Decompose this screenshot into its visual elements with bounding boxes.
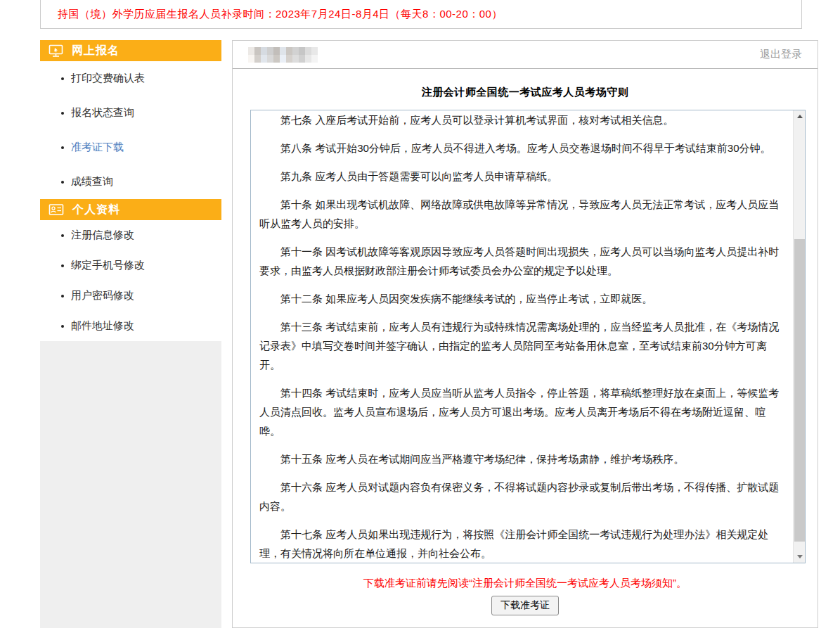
- rule-paragraph: 第十条 如果出现考试机故障、网络故障或供电故障等异常情况，导致应考人员无法正常考…: [259, 195, 783, 233]
- rule-paragraph: 第七条 入座后考试开始前，应考人员可以登录计算机考试界面，核对考试相关信息。: [259, 110, 783, 129]
- sidebar-item-label: 报名状态查询: [71, 106, 134, 120]
- sidebar-item-label: 邮件地址修改: [71, 319, 134, 333]
- censored-username: [248, 47, 318, 63]
- sidebar-section-personal-info: 个人资料: [40, 199, 221, 220]
- sidebar-item-registration-info-edit[interactable]: 注册信息修改: [40, 220, 221, 250]
- download-button-row: 下载准考证: [233, 596, 818, 615]
- sidebar-item-label: 注册信息修改: [71, 229, 134, 242]
- bullet-icon: [61, 181, 64, 184]
- supplementary-registration-banner: 持国（境）外学历应届生报名人员补录时间：2023年7月24日-8月4日（每天8：…: [40, 0, 802, 29]
- sidebar-section-title: 网上报名: [72, 44, 119, 58]
- rule-paragraph: 第十七条 应考人员如果出现违规行为，将按照《注册会计师全国统一考试违规行为处理办…: [259, 525, 783, 563]
- main-header: 退出登录: [233, 41, 818, 69]
- sidebar-item-password-edit[interactable]: 用户密码修改: [40, 281, 221, 311]
- vertical-scrollbar[interactable]: [793, 110, 805, 563]
- scrollbar-thumb[interactable]: [794, 239, 805, 542]
- download-admission-ticket-button[interactable]: 下载准考证: [491, 596, 559, 615]
- sidebar-item-email-edit[interactable]: 邮件地址修改: [40, 311, 221, 341]
- rule-paragraph: 第十五条 应考人员在考试期间应当严格遵守考场纪律，保持考场肃静，维护考场秩序。: [259, 449, 783, 468]
- sidebar-item-label: 用户密码修改: [71, 289, 134, 302]
- sidebar-item-score-inquiry[interactable]: 成绩查询: [40, 165, 221, 199]
- sidebar-item-label: 打印交费确认表: [71, 72, 145, 85]
- scroll-up-icon: [797, 115, 803, 118]
- sidebar-section-title: 个人资料: [72, 203, 120, 217]
- scroll-down-icon: [797, 555, 803, 558]
- sidebar-menu-online-registration: 打印交费确认表 报名状态查询 准考证下载 成绩查询: [40, 61, 221, 199]
- scroll-down-button[interactable]: [794, 551, 806, 563]
- main-panel: 退出登录 注册会计师全国统一考试应考人员考场守则 第七条 入座后考试开始前，应考…: [232, 40, 818, 628]
- monitor-icon: [49, 44, 63, 58]
- sidebar-item-label: 准考证下载: [71, 141, 124, 154]
- sidebar-item-bound-phone-edit[interactable]: 绑定手机号修改: [40, 250, 221, 281]
- id-card-icon: [49, 203, 64, 216]
- rule-paragraph: 第十一条 因考试机故障等客观原因导致应考人员答题时间出现损失，应考人员可以当场向…: [259, 242, 783, 280]
- rule-paragraph: 第十六条 应考人员对试题内容负有保密义务，不得将试题内容抄录或复制后带出考场，不…: [259, 478, 783, 516]
- sidebar-section-online-registration: 网上报名: [40, 40, 221, 61]
- bullet-icon: [61, 325, 64, 328]
- rule-paragraph: 第十三条 考试结束前，应考人员有违规行为或特殊情况需离场处理的，应当经监考人员批…: [259, 317, 783, 374]
- rule-paragraph: 第十四条 考试结束时，应考人员应当听从监考人员指令，停止答题，将草稿纸整理好放在…: [259, 383, 783, 440]
- sidebar-menu-personal-info: 注册信息修改 绑定手机号修改 用户密码修改 邮件地址修改: [40, 220, 221, 341]
- sidebar-item-print-payment-confirmation[interactable]: 打印交费确认表: [40, 61, 221, 96]
- banner-text: 持国（境）外学历应届生报名人员补录时间：2023年7月24日-8月4日（每天8：…: [41, 8, 503, 28]
- rules-scroll-box[interactable]: 第七条 入座后考试开始前，应考人员可以登录计算机考试界面，核对考试相关信息。 第…: [250, 110, 806, 563]
- logout-link[interactable]: 退出登录: [760, 48, 802, 61]
- download-notice: 下载准考证前请先阅读“注册会计师全国统一考试应考人员考场须知”。: [233, 577, 818, 590]
- sidebar-filler: [40, 341, 221, 628]
- rule-paragraph: 第九条 应考人员由于答题需要可以向监考人员申请草稿纸。: [259, 167, 783, 186]
- sidebar-item-admission-ticket-download[interactable]: 准考证下载: [40, 130, 221, 165]
- sidebar: 网上报名 打印交费确认表 报名状态查询 准考证下载 成绩查询 个人资料: [40, 40, 221, 628]
- sidebar-item-registration-status[interactable]: 报名状态查询: [40, 96, 221, 130]
- bullet-icon: [61, 112, 64, 115]
- bullet-icon: [61, 146, 64, 149]
- rules-title: 注册会计师全国统一考试应考人员考场守则: [233, 86, 818, 99]
- bullet-icon: [61, 234, 64, 237]
- rule-paragraph: 第八条 考试开始30分钟后，应考人员不得进入考场。应考人员交卷退场时间不得早于考…: [259, 139, 783, 158]
- bullet-icon: [61, 264, 64, 267]
- bullet-icon: [61, 295, 64, 298]
- sidebar-item-label: 绑定手机号修改: [71, 259, 145, 272]
- sidebar-item-label: 成绩查询: [71, 175, 113, 188]
- bullet-icon: [61, 77, 64, 80]
- scroll-up-button[interactable]: [794, 110, 806, 122]
- rules-content: 第七条 入座后考试开始前，应考人员可以登录计算机考试界面，核对考试相关信息。 第…: [251, 110, 793, 563]
- rule-paragraph: 第十二条 如果应考人员因突发疾病不能继续考试的，应当停止考试，立即就医。: [259, 289, 783, 308]
